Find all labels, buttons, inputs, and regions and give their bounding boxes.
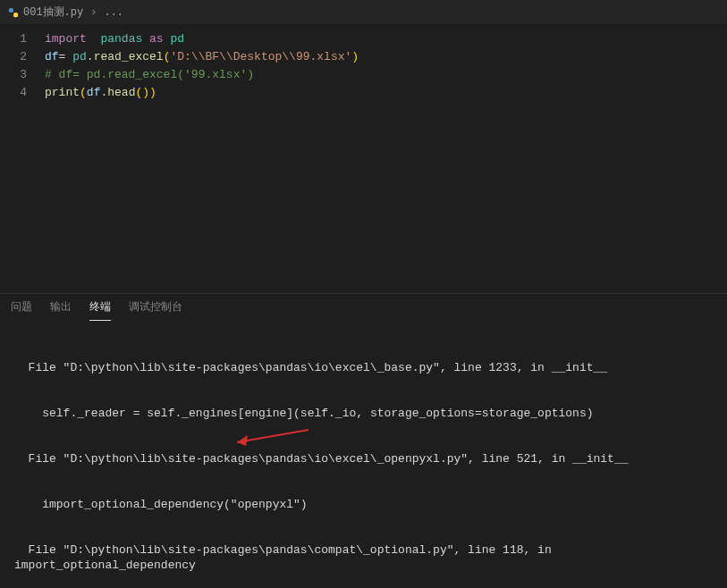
traceback-line: File "D:\python\lib\site-packages\pandas…: [14, 451, 713, 466]
python-file-icon: [7, 6, 20, 19]
tab-problems[interactable]: 问题: [11, 299, 32, 321]
terminal-output[interactable]: File "D:\python\lib\site-packages\pandas…: [0, 321, 727, 588]
tab-output[interactable]: 输出: [50, 299, 72, 321]
panel-tabs: 问题 输出 终端 调试控制台: [0, 294, 727, 321]
traceback-line: import_optional_dependency("openpyxl"): [14, 497, 713, 512]
line-number: 4: [0, 84, 45, 102]
traceback-line: File "D:\python\lib\site-packages\pandas…: [14, 360, 713, 375]
traceback-line: File "D:\python\lib\site-packages\pandas…: [14, 542, 713, 573]
tab-debug-console[interactable]: 调试控制台: [129, 299, 182, 321]
breadcrumb-bar: 001抽测.py › ...: [0, 0, 727, 25]
tab-terminal[interactable]: 终端: [89, 299, 111, 321]
code-line[interactable]: 1import pandas as pd: [0, 30, 727, 48]
traceback-line: self._reader = self._engines[engine](sel…: [14, 406, 713, 421]
breadcrumb[interactable]: 001抽测.py › ...: [7, 4, 123, 20]
svg-line-2: [237, 430, 309, 442]
code-line[interactable]: 3# df= pd.read_excel('99.xlsx'): [0, 66, 727, 84]
line-number: 3: [0, 66, 45, 84]
code-line[interactable]: 4print(df.head()): [0, 84, 727, 102]
svg-point-0: [9, 7, 13, 12]
code-content: print(df.head()): [45, 84, 156, 102]
annotation-arrow-icon: [228, 426, 317, 453]
breadcrumb-filename: 001抽测.py: [23, 4, 83, 20]
code-content: import pandas as pd: [45, 30, 184, 48]
line-number: 2: [0, 48, 45, 66]
code-line[interactable]: 2df= pd.read_excel('D:\\BF\\Desktop\\99.…: [0, 48, 727, 66]
svg-point-1: [13, 13, 18, 17]
code-editor[interactable]: 1import pandas as pd2df= pd.read_excel('…: [0, 25, 727, 293]
bottom-panel: 问题 输出 终端 调试控制台 File "D:\python\lib\site-…: [0, 293, 727, 588]
line-number: 1: [0, 30, 45, 48]
breadcrumb-ellipsis: ...: [104, 6, 123, 19]
code-content: # df= pd.read_excel('99.xlsx'): [45, 66, 254, 84]
code-content: df= pd.read_excel('D:\\BF\\Desktop\\99.x…: [45, 48, 359, 66]
breadcrumb-separator: ›: [90, 6, 97, 19]
svg-marker-3: [237, 435, 248, 446]
